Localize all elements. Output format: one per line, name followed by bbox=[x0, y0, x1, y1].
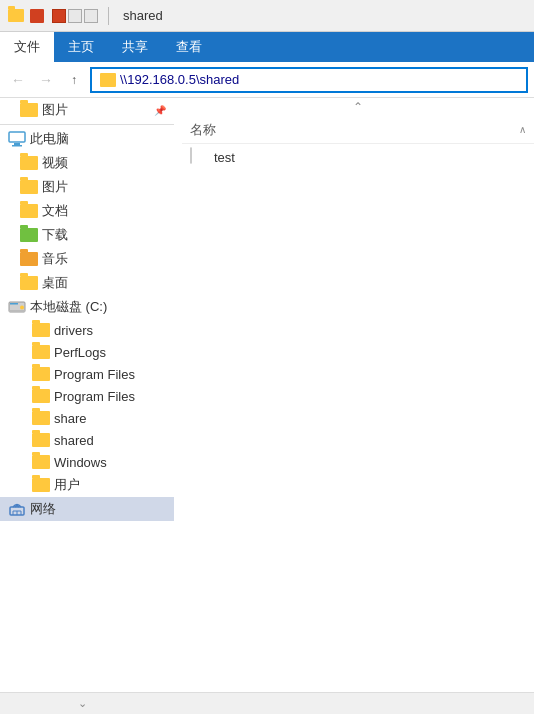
folder-icon-desktop bbox=[20, 275, 38, 291]
sidebar-pictures[interactable]: 图片 bbox=[0, 175, 174, 199]
content-header: 名称 ∧ bbox=[182, 116, 534, 144]
titlebar-quick-access bbox=[52, 9, 98, 23]
music-label: 音乐 bbox=[42, 250, 68, 268]
folder-icon-share bbox=[32, 410, 50, 426]
local-disk-label: 本地磁盘 (C:) bbox=[30, 298, 107, 316]
folder-icon-programfiles1 bbox=[32, 366, 50, 382]
column-name[interactable]: 名称 bbox=[190, 121, 519, 139]
nav-bar: ← → ↑ \\192.168.0.5\shared bbox=[0, 62, 534, 98]
downloads-label: 下载 bbox=[42, 226, 68, 244]
sidebar-perflogs[interactable]: PerfLogs bbox=[0, 341, 174, 363]
sidebar: 图片 📌 此电脑 bbox=[0, 98, 174, 692]
perflogs-label: PerfLogs bbox=[54, 345, 106, 360]
address-folder-icon bbox=[100, 73, 116, 87]
folder-icon-programfiles2 bbox=[32, 388, 50, 404]
sort-arrow: ∧ bbox=[519, 124, 526, 135]
videos-label: 视频 bbox=[42, 154, 68, 172]
pin-indicator: 📌 bbox=[154, 105, 166, 116]
status-bar: ⌄ bbox=[0, 692, 534, 714]
folder-icon-quick-pics bbox=[20, 102, 38, 118]
content-pane: ⌃ 名称 ∧ test bbox=[182, 98, 534, 692]
windows-label: Windows bbox=[54, 455, 107, 470]
ribbon-file[interactable]: 文件 bbox=[0, 32, 54, 62]
disk-icon bbox=[8, 299, 26, 315]
nav-forward-btn[interactable]: → bbox=[34, 68, 58, 92]
svg-rect-2 bbox=[12, 145, 22, 147]
thispc-label: 此电脑 bbox=[30, 130, 69, 148]
folder-icon-pictures bbox=[20, 179, 38, 195]
file-doc-icon bbox=[190, 148, 208, 166]
folder-icon-downloads bbox=[20, 227, 38, 243]
folder-icon-perflogs bbox=[32, 344, 50, 360]
share-label: share bbox=[54, 411, 87, 426]
sidebar-windows[interactable]: Windows bbox=[0, 451, 174, 473]
sidebar-container: 图片 📌 此电脑 bbox=[0, 98, 182, 692]
programfiles1-label: Program Files bbox=[54, 367, 135, 382]
sidebar-documents[interactable]: 文档 bbox=[0, 199, 174, 223]
address-bar[interactable]: \\192.168.0.5\shared bbox=[90, 67, 528, 93]
sidebar-item-label: 图片 bbox=[42, 101, 68, 119]
sidebar-music[interactable]: 音乐 bbox=[0, 247, 174, 271]
title-sep bbox=[108, 7, 109, 25]
ribbon-home[interactable]: 主页 bbox=[54, 32, 108, 62]
titlebar-icon1 bbox=[30, 9, 44, 23]
sidebar-downloads[interactable]: 下载 bbox=[0, 223, 174, 247]
folder-icon-music bbox=[20, 251, 38, 267]
thispc-icon bbox=[8, 131, 26, 147]
programfiles2-label: Program Files bbox=[54, 389, 135, 404]
sidebar-programfiles2[interactable]: Program Files bbox=[0, 385, 174, 407]
users-label: 用户 bbox=[54, 476, 80, 494]
file-item-test[interactable]: test bbox=[182, 144, 534, 170]
sidebar-videos[interactable]: 视频 bbox=[0, 151, 174, 175]
main-area: 图片 📌 此电脑 bbox=[0, 98, 534, 692]
svg-rect-0 bbox=[9, 132, 25, 142]
sidebar-thispc[interactable]: 此电脑 bbox=[0, 127, 174, 151]
content-scroll-top: ⌃ bbox=[182, 98, 534, 116]
sidebar-drivers[interactable]: drivers bbox=[0, 319, 174, 341]
folder-icon-users bbox=[32, 477, 50, 493]
file-name-test: test bbox=[214, 150, 235, 165]
sidebar-users[interactable]: 用户 bbox=[0, 473, 174, 497]
titlebar-btn2[interactable] bbox=[68, 9, 82, 23]
sidebar-local-disk[interactable]: 本地磁盘 (C:) bbox=[0, 295, 174, 319]
titlebar-btn3[interactable] bbox=[84, 9, 98, 23]
sidebar-programfiles1[interactable]: Program Files bbox=[0, 363, 174, 385]
titlebar-folder-icon bbox=[8, 9, 24, 22]
folder-icon-windows bbox=[32, 454, 50, 470]
scroll-down-indicator: ⌄ bbox=[78, 697, 87, 710]
drivers-label: drivers bbox=[54, 323, 93, 338]
title-bar: shared bbox=[0, 0, 534, 32]
folder-icon-videos bbox=[20, 155, 38, 171]
nav-up-btn[interactable]: ↑ bbox=[62, 68, 86, 92]
pictures-label: 图片 bbox=[42, 178, 68, 196]
sidebar-separator-1 bbox=[0, 124, 174, 125]
folder-icon-documents bbox=[20, 203, 38, 219]
sidebar-network[interactable]: 网络 bbox=[0, 497, 174, 521]
nav-back-btn[interactable]: ← bbox=[6, 68, 30, 92]
svg-rect-6 bbox=[9, 310, 25, 312]
ribbon-share[interactable]: 共享 bbox=[108, 32, 162, 62]
desktop-label: 桌面 bbox=[42, 274, 68, 292]
documents-label: 文档 bbox=[42, 202, 68, 220]
svg-rect-1 bbox=[14, 143, 20, 145]
window-title: shared bbox=[123, 8, 163, 23]
ribbon-menu: 文件 主页 共享 查看 bbox=[0, 32, 534, 62]
sidebar-share[interactable]: share bbox=[0, 407, 174, 429]
network-label: 网络 bbox=[30, 500, 56, 518]
folder-icon-drivers bbox=[32, 322, 50, 338]
sidebar-desktop[interactable]: 桌面 bbox=[0, 271, 174, 295]
address-text: \\192.168.0.5\shared bbox=[120, 72, 239, 87]
titlebar-btn1[interactable] bbox=[52, 9, 66, 23]
svg-point-5 bbox=[20, 306, 24, 310]
ribbon-view[interactable]: 查看 bbox=[162, 32, 216, 62]
sidebar-shared[interactable]: shared bbox=[0, 429, 174, 451]
shared-label: shared bbox=[54, 433, 94, 448]
svg-rect-4 bbox=[10, 303, 18, 305]
folder-icon-shared bbox=[32, 432, 50, 448]
network-icon bbox=[8, 501, 26, 517]
sidebar-quick-图片[interactable]: 图片 📌 bbox=[0, 98, 174, 122]
